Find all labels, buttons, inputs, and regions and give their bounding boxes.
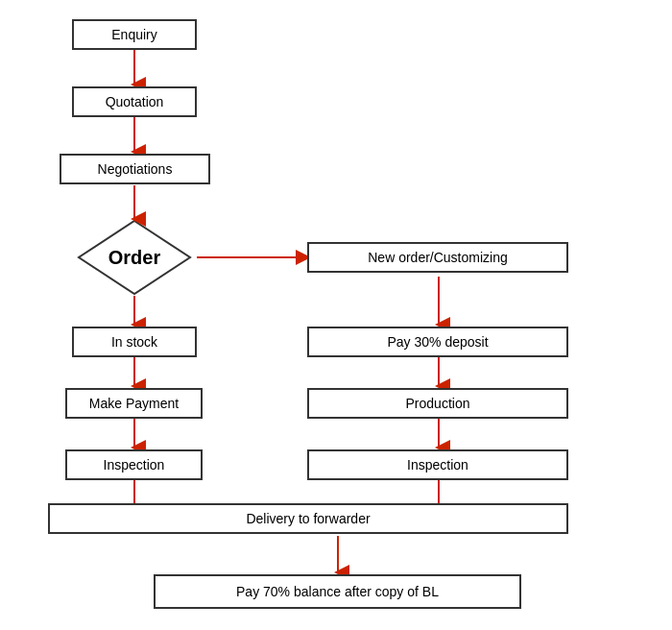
order-label: Order: [108, 247, 160, 269]
negotiations-label: Negotiations: [98, 161, 173, 177]
negotiations-box: Negotiations: [60, 154, 210, 184]
make-payment-label: Make Payment: [89, 396, 179, 411]
inspection-right-box: Inspection: [307, 449, 568, 480]
order-diamond: Order: [77, 219, 192, 296]
enquiry-label: Enquiry: [111, 27, 156, 42]
flowchart: Enquiry Quotation Negotiations Order In …: [0, 0, 672, 630]
pay30-box: Pay 30% deposit: [307, 327, 568, 357]
delivery-label: Delivery to forwarder: [246, 511, 370, 526]
quotation-label: Quotation: [106, 94, 164, 109]
enquiry-box: Enquiry: [72, 19, 197, 50]
quotation-box: Quotation: [72, 86, 197, 117]
pay70-box: Pay 70% balance after copy of BL: [154, 574, 521, 609]
new-order-label: New order/Customizing: [368, 250, 508, 265]
instock-box: In stock: [72, 327, 197, 357]
production-label: Production: [406, 396, 470, 411]
delivery-box: Delivery to forwarder: [48, 503, 568, 534]
inspection-right-label: Inspection: [407, 457, 468, 472]
inspection-left-box: Inspection: [65, 449, 203, 480]
make-payment-box: Make Payment: [65, 388, 203, 419]
pay30-label: Pay 30% deposit: [387, 334, 488, 350]
production-box: Production: [307, 388, 568, 419]
instock-label: In stock: [111, 334, 157, 350]
pay70-label: Pay 70% balance after copy of BL: [236, 584, 439, 599]
new-order-box: New order/Customizing: [307, 242, 568, 273]
inspection-left-label: Inspection: [104, 457, 165, 472]
